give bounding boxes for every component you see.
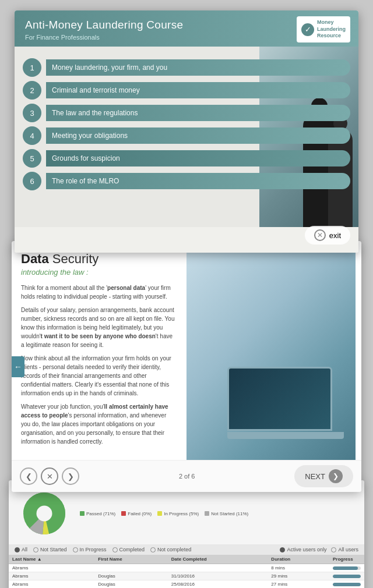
cell-firstname: Douglas xyxy=(94,580,168,589)
next-button[interactable]: NEXT ❯ xyxy=(294,465,353,487)
table-filters: All Not Started In Progress Completed No… xyxy=(9,544,364,555)
progress-bar-bg xyxy=(333,575,361,578)
legend-label: Passed (71%) xyxy=(86,511,115,516)
menu-num-6: 6 xyxy=(23,172,41,190)
menu-item-2[interactable]: 2 Criminal and terrorist money xyxy=(23,81,350,100)
datasec-paragraphs: Think for a moment about all the 'person… xyxy=(21,284,177,446)
filter-active-only[interactable]: Active users only xyxy=(280,547,326,552)
cell-date: 31/10/2016 xyxy=(168,572,268,580)
laptop-illustration xyxy=(227,367,344,442)
menu-label-2: Criminal and terrorist money xyxy=(46,82,350,98)
col-firstname[interactable]: First Name xyxy=(94,555,168,564)
datasec-footer: ❮ ✕ ❯ 2 of 6 NEXT ❯ xyxy=(12,460,361,492)
menu-header: Anti-Money Laundering Course For Finance… xyxy=(15,10,358,47)
menu-label-6: The role of the MLRO xyxy=(46,173,350,189)
cell-lastname: Abrams xyxy=(9,564,94,572)
progress-bar-fill xyxy=(333,575,361,578)
next-arrow-icon: ❯ xyxy=(329,469,343,483)
filter-not-completed[interactable]: Not completed xyxy=(150,547,191,552)
filter-au-label: All users xyxy=(338,547,358,552)
progress-bar-bg xyxy=(333,566,361,570)
filter-completed[interactable]: Completed xyxy=(112,547,145,552)
col-date[interactable]: Date Completed xyxy=(168,555,268,564)
menu-button[interactable]: ✕ xyxy=(41,467,58,485)
cell-firstname: Douglas xyxy=(94,572,168,580)
cell-lastname: Abrams xyxy=(9,572,94,580)
menu-item-1[interactable]: 1 Money laundering, your firm, and you xyxy=(23,58,350,77)
progress-bar-fill xyxy=(333,566,358,570)
slide-menu: Anti-Money Laundering Course For Finance… xyxy=(15,10,358,253)
paragraph-1: Think for a moment about all the 'person… xyxy=(21,284,177,301)
datasec-image xyxy=(186,241,356,460)
col-lastname[interactable]: Last Name ▲ xyxy=(9,555,94,564)
cell-date: 25/08/2016 xyxy=(168,580,268,589)
legend-item: Not Started (11%) xyxy=(205,511,248,516)
menu-item-4[interactable]: 4 Meeting your obligations xyxy=(23,126,350,145)
legend-label: Not Started (11%) xyxy=(211,511,248,516)
cell-progress xyxy=(329,564,364,572)
menu-label-3: The law and the regulations xyxy=(46,105,350,121)
filter-ns-label: Not Started xyxy=(40,547,67,552)
legend-dot xyxy=(80,511,85,516)
legend-item: Passed (71%) xyxy=(80,511,115,516)
paragraph-4: Whatever your job function, you'll almos… xyxy=(21,402,177,446)
prev-button[interactable]: ❮ xyxy=(20,467,37,485)
filter-left: All Not Started In Progress Completed No… xyxy=(15,547,191,552)
menu-label-4: Meeting your obligations xyxy=(46,127,350,144)
progress-bar-fill xyxy=(333,583,361,586)
exit-label: exit xyxy=(329,231,341,240)
progress-table: Last Name ▲ First Name Date Completed Du… xyxy=(9,555,364,588)
logo-badge: ✓ MoneyLaunderingResource xyxy=(297,16,350,42)
filter-all[interactable]: All xyxy=(15,547,27,552)
menu-num-4: 4 xyxy=(23,126,41,145)
menu-item-3[interactable]: 3 The law and the regulations xyxy=(23,104,350,122)
datasec-content: Data Security introducing the law : Thin… xyxy=(12,241,186,460)
legend-label: In Progress (5%) xyxy=(164,511,199,516)
cell-date xyxy=(168,564,268,572)
exit-button[interactable]: ✕ exit xyxy=(305,226,350,245)
pie-chart xyxy=(18,487,71,540)
cell-duration: 27 mins xyxy=(268,580,329,589)
laptop-screen xyxy=(227,367,332,431)
legend-label: Failed (0%) xyxy=(128,511,152,516)
filter-all-users[interactable]: All users xyxy=(331,547,358,552)
cell-progress xyxy=(329,580,364,589)
svg-point-4 xyxy=(37,506,52,522)
filter-all-label: All xyxy=(22,547,27,552)
slide-datasec: ← Data Security introducing the law : Th… xyxy=(12,241,361,492)
cell-progress xyxy=(329,572,364,580)
table-row: Abrams Douglas 25/08/2016 27 mins xyxy=(9,580,364,589)
filter-right: Active users only All users xyxy=(280,547,358,552)
datasec-title-bold: Data xyxy=(21,252,49,266)
legend-item: Failed (0%) xyxy=(121,511,152,516)
radio-c-dot xyxy=(112,547,118,552)
cell-duration: 8 mins xyxy=(268,564,329,572)
menu-num-1: 1 xyxy=(23,58,41,77)
back-arrow-button[interactable]: ← xyxy=(12,356,24,377)
radio-ao-dot xyxy=(280,547,285,552)
paragraph-2: Details of your salary, pension arrangem… xyxy=(21,306,177,349)
radio-all-dot xyxy=(15,547,20,552)
datasec-subtitle: introducing the law : xyxy=(21,268,177,277)
col-duration[interactable]: Duration xyxy=(268,555,329,564)
table-header: Last Name ▲ First Name Date Completed Du… xyxy=(9,555,364,564)
radio-nc-dot xyxy=(150,547,156,552)
col-progress[interactable]: Progress xyxy=(329,555,364,564)
next-nav-button[interactable]: ❯ xyxy=(62,467,79,485)
nav-controls: ❮ ✕ ❯ xyxy=(20,467,79,485)
filter-nc-label: Not completed xyxy=(157,547,191,552)
filter-ao-label: Active users only xyxy=(287,547,326,552)
filter-in-progress[interactable]: In Progress xyxy=(73,547,107,552)
table-row: Abrams 8 mins xyxy=(9,564,364,572)
menu-list: 1 Money laundering, your firm, and you 2… xyxy=(15,47,358,227)
filter-not-started[interactable]: Not Started xyxy=(33,547,67,552)
slide-table: Passed (71%) Failed (0%) In Progress (5%… xyxy=(9,480,364,588)
datasec-title-rest: Security xyxy=(49,252,99,266)
datasec-title: Data Security xyxy=(21,252,177,267)
legend-dot xyxy=(121,511,126,516)
menu-label-1: Money laundering, your firm, and you xyxy=(46,59,350,76)
legend-item: In Progress (5%) xyxy=(157,511,199,516)
menu-item-5[interactable]: 5 Grounds for suspicion xyxy=(23,149,350,168)
logo-check-icon: ✓ xyxy=(301,23,314,36)
menu-item-6[interactable]: 6 The role of the MLRO xyxy=(23,172,350,190)
